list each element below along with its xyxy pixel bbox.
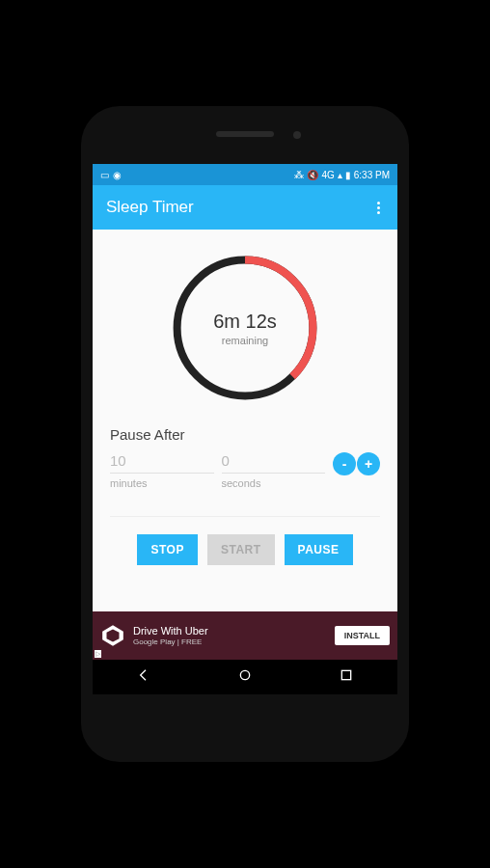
phone-frame: ▭ ◉ ⁂ 🔇 4G ▴ ▮ 6:33 PM Sleep Timer 6m 12… bbox=[81, 106, 409, 762]
home-button[interactable] bbox=[237, 667, 253, 687]
plus-button[interactable]: + bbox=[357, 452, 380, 475]
stop-button[interactable]: STOP bbox=[137, 534, 197, 565]
app-title: Sleep Timer bbox=[106, 198, 373, 217]
pause-after-section: Pause After 10 minutes 0 seconds - + bbox=[110, 426, 380, 489]
app-bar: Sleep Timer bbox=[93, 185, 397, 230]
spotify-icon: ◉ bbox=[113, 170, 122, 180]
minutes-label: minutes bbox=[110, 477, 214, 489]
back-button[interactable] bbox=[136, 667, 151, 687]
battery-icon: ▮ bbox=[345, 170, 351, 180]
minutes-input[interactable]: 10 bbox=[110, 452, 214, 474]
notification-icon: ▭ bbox=[100, 170, 109, 180]
pause-after-label: Pause After bbox=[110, 426, 380, 443]
time-remaining: 6m 12s bbox=[213, 311, 277, 333]
mute-icon: 🔇 bbox=[307, 170, 318, 180]
action-buttons: STOP START PAUSE bbox=[110, 516, 380, 565]
ad-title: Drive With Uber bbox=[133, 625, 335, 637]
ad-subtitle: Google Play | FREE bbox=[133, 637, 335, 646]
seconds-input[interactable]: 0 bbox=[222, 452, 326, 474]
network-icon: 4G bbox=[321, 170, 334, 180]
svg-point-4 bbox=[240, 670, 249, 679]
seconds-label: seconds bbox=[222, 477, 326, 489]
pause-button[interactable]: PAUSE bbox=[285, 534, 353, 565]
clock: 6:33 PM bbox=[354, 170, 390, 180]
uber-icon bbox=[100, 623, 125, 648]
ad-banner[interactable]: ▷ Drive With Uber Google Play | FREE INS… bbox=[93, 611, 397, 660]
navigation-bar bbox=[93, 660, 397, 694]
signal-icon: ▴ bbox=[338, 170, 342, 180]
content: 6m 12s remaining Pause After 10 minutes … bbox=[93, 230, 397, 611]
recents-button[interactable] bbox=[339, 667, 354, 687]
minus-button[interactable]: - bbox=[333, 452, 356, 475]
svg-rect-5 bbox=[342, 670, 351, 679]
bluetooth-icon: ⁂ bbox=[294, 170, 304, 180]
status-bar: ▭ ◉ ⁂ 🔇 4G ▴ ▮ 6:33 PM bbox=[93, 164, 397, 185]
overflow-menu-icon[interactable] bbox=[373, 198, 384, 218]
ad-badge-icon: ▷ bbox=[95, 650, 101, 658]
remaining-label: remaining bbox=[222, 335, 268, 346]
install-button[interactable]: INSTALL bbox=[335, 626, 390, 645]
timer-ring: 6m 12s remaining bbox=[168, 251, 322, 405]
screen: ▭ ◉ ⁂ 🔇 4G ▴ ▮ 6:33 PM Sleep Timer 6m 12… bbox=[93, 164, 397, 694]
start-button: START bbox=[207, 534, 275, 565]
